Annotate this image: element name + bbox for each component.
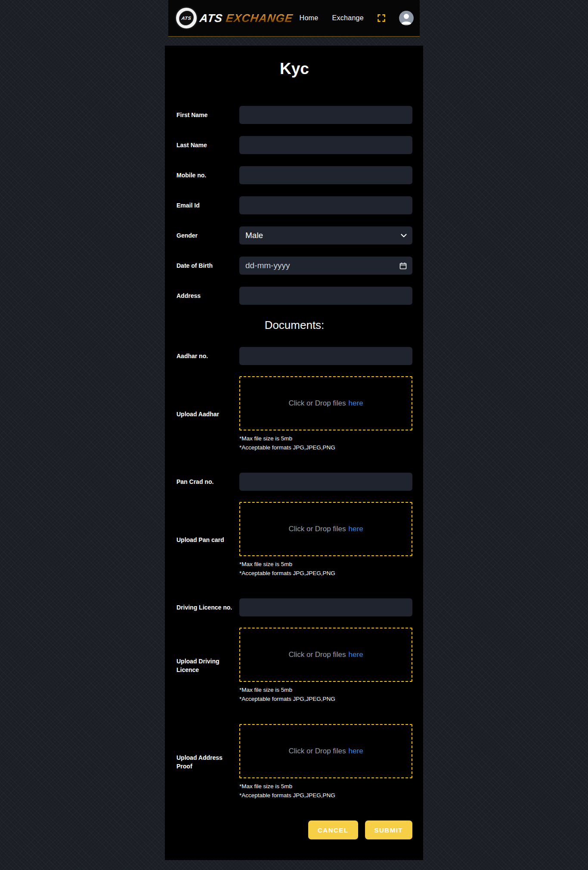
form-row-mobile: Mobile no. xyxy=(176,166,412,184)
upload-address-proof-wrap: Click or Drop files here *Max file size … xyxy=(239,724,412,800)
upload-pan-label: Upload Pan card xyxy=(176,536,239,544)
mobile-input[interactable] xyxy=(239,166,412,184)
pan-number-input[interactable] xyxy=(239,473,412,491)
upload-aadhar-wrap: Click or Drop files here *Max file size … xyxy=(239,376,412,452)
form-row-email: Email Id xyxy=(176,196,412,214)
note-max-size: *Max file size is 5mb xyxy=(239,685,412,694)
dropzone-prompt: Click or Drop files xyxy=(288,650,346,659)
upload-row-address-proof: Upload Address Proof Click or Drop files… xyxy=(176,724,412,800)
upload-notes: *Max file size is 5mb *Acceptable format… xyxy=(239,434,412,452)
pan-no-label: Pan Crad no. xyxy=(176,477,239,486)
note-max-size: *Max file size is 5mb xyxy=(239,782,412,791)
note-formats: *Acceptable formats JPG,JPEG,PNG xyxy=(239,443,412,452)
dropzone-here-link[interactable]: here xyxy=(349,747,363,755)
address-label: Address xyxy=(176,291,239,300)
chevron-down-icon xyxy=(401,234,407,238)
first-name-label: First Name xyxy=(176,111,239,119)
form-actions: CANCEL SUBMIT xyxy=(176,820,412,839)
brand[interactable]: ATS ATS EXCHANGE xyxy=(176,8,293,28)
gender-selected-value: Male xyxy=(245,231,263,240)
navbar: ATS ATS EXCHANGE Home Exchange xyxy=(168,0,420,37)
upload-driving-wrap: Click or Drop files here *Max file size … xyxy=(239,628,412,703)
dropzone-prompt: Click or Drop files xyxy=(288,399,346,408)
form-row-pan-no: Pan Crad no. xyxy=(176,473,412,491)
dropzone-prompt: Click or Drop files xyxy=(288,525,346,533)
email-input[interactable] xyxy=(239,196,412,214)
brand-name-secondary: EXCHANGE xyxy=(225,12,294,25)
brand-name-primary: ATS xyxy=(199,12,223,25)
address-input[interactable] xyxy=(239,287,412,305)
form-row-last-name: Last Name xyxy=(176,136,412,154)
cancel-button[interactable]: CANCEL xyxy=(308,820,358,839)
upload-pan-wrap: Click or Drop files here *Max file size … xyxy=(239,502,412,578)
email-label: Email Id xyxy=(176,201,239,210)
upload-row-driving: Upload Driving Licence Click or Drop fil… xyxy=(176,628,412,703)
dropzone-prompt: Click or Drop files xyxy=(288,747,346,755)
upload-aadhar-label: Upload Aadhar xyxy=(176,410,239,418)
documents-heading: Documents: xyxy=(176,317,412,333)
upload-address-proof-label: Upload Address Proof xyxy=(176,753,239,771)
mobile-label: Mobile no. xyxy=(176,171,239,180)
aadhar-number-input[interactable] xyxy=(239,347,412,365)
brand-logo-text: ATS xyxy=(178,11,195,25)
kyc-card: Kyc First Name Last Name Mobile no. Emai… xyxy=(165,46,423,860)
upload-address-proof-dropzone[interactable]: Click or Drop files here xyxy=(239,724,412,778)
nav-link-home[interactable]: Home xyxy=(300,14,319,22)
driving-no-label: Driving Licence no. xyxy=(176,603,239,612)
last-name-label: Last Name xyxy=(176,141,239,149)
dob-input[interactable]: dd-mm-yyyy xyxy=(239,257,412,275)
note-formats: *Acceptable formats JPG,JPEG,PNG xyxy=(239,791,412,800)
note-formats: *Acceptable formats JPG,JPEG,PNG xyxy=(239,694,412,703)
upload-pan-dropzone[interactable]: Click or Drop files here xyxy=(239,502,412,556)
upload-notes: *Max file size is 5mb *Acceptable format… xyxy=(239,560,412,578)
dropzone-here-link[interactable]: here xyxy=(349,399,363,408)
form-row-address: Address xyxy=(176,287,412,305)
nav-link-exchange[interactable]: Exchange xyxy=(332,14,364,22)
form-row-driving-no: Driving Licence no. xyxy=(176,598,412,616)
upload-aadhar-dropzone[interactable]: Click or Drop files here xyxy=(239,376,412,430)
driving-licence-number-input[interactable] xyxy=(239,598,412,616)
fullscreen-icon[interactable] xyxy=(378,14,385,22)
upload-row-aadhar: Upload Aadhar Click or Drop files here *… xyxy=(176,376,412,452)
page-title: Kyc xyxy=(176,59,412,78)
upload-row-pan: Upload Pan card Click or Drop files here… xyxy=(176,502,412,578)
upload-notes: *Max file size is 5mb *Acceptable format… xyxy=(239,685,412,703)
first-name-input[interactable] xyxy=(239,106,412,124)
navbar-right: Home Exchange xyxy=(300,11,414,25)
aadhar-no-label: Aadhar no. xyxy=(176,352,239,360)
dropzone-here-link[interactable]: here xyxy=(349,525,363,533)
note-max-size: *Max file size is 5mb xyxy=(239,434,412,443)
upload-driving-label: Upload Driving Licence xyxy=(176,657,239,675)
form-row-dob: Date of Birth dd-mm-yyyy xyxy=(176,257,412,275)
brand-wordmark: ATS EXCHANGE xyxy=(200,12,293,25)
brand-logo-icon: ATS xyxy=(176,8,197,28)
note-formats: *Acceptable formats JPG,JPEG,PNG xyxy=(239,569,412,578)
upload-notes: *Max file size is 5mb *Acceptable format… xyxy=(239,782,412,800)
form-row-first-name: First Name xyxy=(176,106,412,124)
dropzone-here-link[interactable]: here xyxy=(349,650,363,659)
form-row-gender: Gender Male xyxy=(176,226,412,245)
submit-button[interactable]: SUBMIT xyxy=(365,820,413,839)
gender-label: Gender xyxy=(176,231,239,240)
form-row-aadhar-no: Aadhar no. xyxy=(176,347,412,365)
user-avatar-icon[interactable] xyxy=(399,11,414,25)
dob-label: Date of Birth xyxy=(176,261,239,270)
calendar-icon[interactable] xyxy=(399,262,407,269)
dob-placeholder: dd-mm-yyyy xyxy=(245,261,290,270)
upload-driving-dropzone[interactable]: Click or Drop files here xyxy=(239,628,412,682)
last-name-input[interactable] xyxy=(239,136,412,154)
gender-select[interactable]: Male xyxy=(239,226,412,245)
note-max-size: *Max file size is 5mb xyxy=(239,560,412,569)
